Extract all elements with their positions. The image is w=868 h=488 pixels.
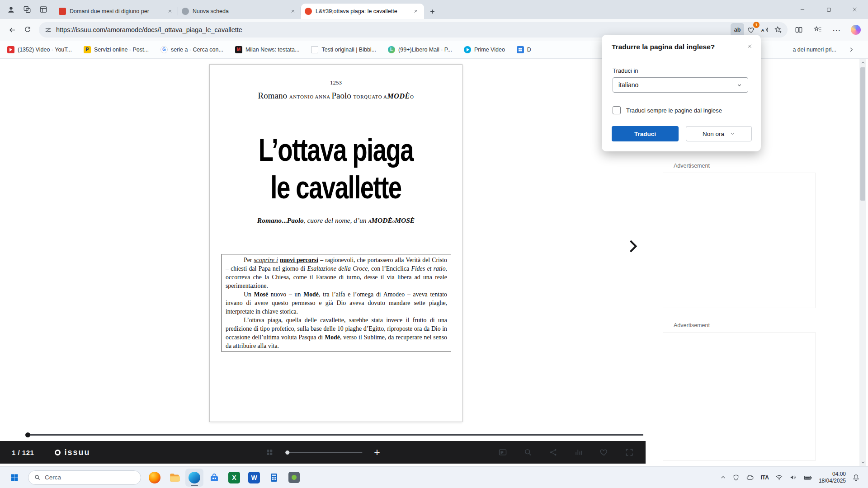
issuu-logo[interactable]: issuu [55,448,90,457]
translate-popup: Tradurre la pagina dal inglese? Traduci … [602,35,761,151]
tab-1-close-icon[interactable] [165,7,175,16]
url-text[interactable]: https://issuu.com/amoramode/docs/l_ottav… [56,26,731,33]
battery-icon[interactable] [803,473,812,482]
grid-view-icon[interactable] [265,448,274,456]
prime-video-icon [464,46,471,53]
favorites-hub-icon[interactable] [810,22,826,38]
zoom-slider-handle[interactable] [285,450,289,455]
favorite-item-libero-mail[interactable]: L (99+)Libero Mail - P... [388,46,452,53]
favorite-item-truncated[interactable]: D [517,46,531,53]
page-scrollbar[interactable] [859,59,866,466]
favorite-item-poste[interactable]: P Servizi online - Post... [84,46,149,53]
tab-2[interactable]: Nuova scheda [178,4,301,19]
translate-popup-title: Tradurre la pagina dal inglese? [612,43,715,51]
tab-actions-icon[interactable] [36,2,51,17]
youtube-icon [7,46,14,53]
new-tab-button[interactable] [426,5,439,18]
taskbar-clock[interactable]: 04:00 18/04/2025 [819,471,846,484]
keyboard-language[interactable]: ITA [760,474,769,481]
read-aloud-icon[interactable]: A [758,23,771,37]
stats-icon[interactable] [574,448,583,457]
hidden-icons-chevron[interactable] [720,474,726,480]
translate-button[interactable]: Traduci [612,126,679,141]
zoom-slider[interactable] [285,452,362,453]
progress-handle[interactable] [25,432,30,437]
document-page-number: 1253 [210,79,462,86]
always-translate-checkbox[interactable] [613,106,621,114]
favorite-item-milan-news[interactable]: M Milan News: testata... [235,46,300,53]
add-favorite-star-icon[interactable] [771,23,785,37]
copilot-icon[interactable] [848,22,863,38]
settings-more-icon[interactable]: ⋯ [829,22,844,38]
maximize-button[interactable] [816,0,842,19]
taskbar-search-box[interactable]: Cerca [28,470,141,485]
language-select[interactable]: italiano [613,77,748,93]
profile-icon[interactable] [4,2,18,17]
back-icon[interactable] [5,22,20,38]
word-icon[interactable]: W [245,469,263,487]
minimize-button[interactable] [789,0,816,19]
tab-strip: Domani due mesi di digiuno per Nuova sch… [0,0,868,19]
favorite-item-tail[interactable]: a dei numeri pri... [793,47,836,53]
start-button[interactable] [5,469,24,487]
refresh-icon[interactable] [20,22,35,38]
clock-time: 04:00 [819,471,846,478]
chevron-down-icon [736,82,742,88]
translate-popup-buttons: Traduci Non ora [612,126,752,141]
calculator-icon[interactable] [265,469,283,487]
search-icon[interactable] [524,448,533,457]
favorite-item-google[interactable]: G serie a - Cerca con... [160,46,223,53]
tab-1[interactable]: Domani due mesi di digiuno per [55,4,178,19]
file-explorer-icon[interactable] [165,469,184,487]
system-tray: ITA 04:00 18/04/2025 [720,471,863,484]
edge-icon[interactable] [185,469,203,487]
issuu-document-viewer: 1253 Romano ANTONIO ANNA Paolo TORQUATO … [0,59,646,466]
microsoft-store-icon[interactable] [205,469,223,487]
reader-view-icon[interactable] [498,448,507,457]
close-button[interactable] [842,0,868,19]
translate-popup-close-icon[interactable] [744,40,755,52]
toolbar-trailing-icons: ⋯ [791,22,863,38]
firefox-icon[interactable] [146,469,164,487]
split-screen-icon[interactable] [791,22,807,38]
notifications-bell-icon[interactable] [852,474,860,481]
scrollbar-down-arrow[interactable] [859,459,866,466]
favorites-overflow-chevron-icon[interactable] [848,47,854,53]
tab-3-active[interactable]: L&#39;ottava piaga: le cavallette [301,4,424,19]
fullscreen-icon[interactable] [625,448,634,457]
tab-2-favicon [182,8,189,15]
screenshot-tool-icon[interactable] [285,469,303,487]
svg-text:A: A [761,28,764,33]
not-now-chevron-icon [730,131,735,136]
viewer-action-icons [498,448,634,457]
onedrive-cloud-icon[interactable] [746,474,754,482]
favorite-item-youtube[interactable]: (1352) Video - YouT... [7,46,72,53]
security-shield-icon[interactable] [732,474,740,481]
next-page-button[interactable] [622,236,643,257]
search-icon [34,474,41,481]
document-text-box: Per scoprire i nuovi percorsi – ragionev… [222,254,451,352]
favorite-item-prime-video[interactable]: Prime Video [464,46,505,53]
reading-progress-bar[interactable] [26,434,643,436]
viewer-toolbar: 1 / 121 issuu + [0,441,646,464]
like-heart-icon[interactable] [599,448,609,457]
zoom-in-icon[interactable]: + [374,448,380,457]
scrollbar-up-arrow[interactable] [859,59,866,66]
scrollbar-thumb[interactable] [860,67,865,201]
advertisement-slot-2 [663,332,816,461]
volume-icon[interactable] [789,474,797,481]
not-now-button[interactable]: Non ora [686,126,752,141]
wifi-icon[interactable] [775,474,783,481]
site-info-icon[interactable] [44,26,52,34]
favorite-item-testi[interactable]: Testi originali | Bibbi... [311,46,376,53]
document-page[interactable]: 1253 Romano ANTONIO ANNA Paolo TORQUATO … [209,64,462,422]
share-icon[interactable] [549,448,558,457]
tab-2-close-icon[interactable] [288,7,297,16]
workspaces-icon[interactable] [20,2,34,17]
excel-icon[interactable]: X [225,469,243,487]
always-translate-row[interactable]: Traduci sempre le pagine dal inglese [613,106,722,114]
advertisement-label-1: Advertisement [674,163,710,169]
document-author-line: Romano ANTONIO ANNA Paolo TORQUATO AMODÈ… [210,91,462,101]
tab-3-title: L&#39;ottava piaga: le cavallette [316,8,411,14]
tab-3-close-icon[interactable] [411,7,420,16]
